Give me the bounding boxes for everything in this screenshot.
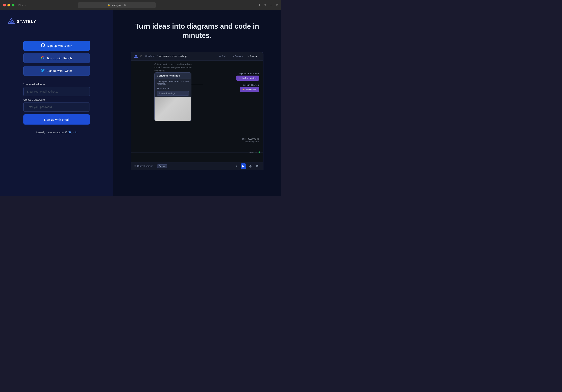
minimize-button[interactable] xyxy=(7,4,10,6)
private-badge[interactable]: Private xyxy=(157,164,167,168)
tab-code[interactable]: <> Code xyxy=(217,54,229,58)
done-label: done: re xyxy=(249,151,257,154)
tab-sources[interactable]: <> Sources xyxy=(230,54,245,58)
connection-line-2 xyxy=(191,96,203,96)
signup-form: Sign up with Github Sign up with Google xyxy=(23,41,90,134)
sparkle-icon[interactable]: ✦ xyxy=(234,163,239,169)
app-footer: ◎ Current version ▾ Private ✦ ▶ ◷ ⊞ xyxy=(131,162,263,170)
node-title: ConsumeReadings xyxy=(154,73,191,79)
version-selector[interactable]: ◎ Current version ▾ xyxy=(134,165,155,167)
sidebar-toggle-icon[interactable]: ⊟ xyxy=(18,3,21,7)
version-chevron-icon: ▾ xyxy=(154,165,155,167)
timer-info: after 3600000 ms Run every hour xyxy=(242,138,259,143)
main-content: STATELY Sign up with Github xyxy=(0,10,281,196)
action-icon: ⚙ xyxy=(159,92,161,95)
app-body: Get temperature and humidity readings fr… xyxy=(131,61,263,162)
app-logo-icon xyxy=(134,54,138,58)
share-diagram-icon[interactable]: ⊞ xyxy=(255,163,260,169)
timer-after-row: after 3600000 ms xyxy=(242,138,259,140)
password-field-group: Create a password xyxy=(23,98,90,112)
close-button[interactable] xyxy=(3,4,6,6)
timer-run-label: Run every hour xyxy=(242,140,259,143)
url-text: stately.ai xyxy=(111,4,121,7)
entry-actions-label: Entry actions xyxy=(154,86,191,90)
browser-chrome: ⊟ ‹ › 🔒 stately.ai ↻ ⬇ ⬆ ＋ ⧉ xyxy=(0,0,281,10)
google-icon xyxy=(41,56,44,60)
reload-icon[interactable]: ↻ xyxy=(124,3,126,7)
email-section: Your email address Create a password Sig… xyxy=(23,83,90,125)
new-tab-icon[interactable]: ＋ xyxy=(269,3,273,7)
traffic-lights xyxy=(3,4,14,6)
signin-link[interactable]: Sign in xyxy=(68,131,77,134)
structure-icon: ⊞ xyxy=(247,55,249,58)
email-input[interactable] xyxy=(23,87,90,96)
event-group-temperature: logTemperatureEvent ⚡ logTemperature xyxy=(236,72,259,81)
play-icon[interactable]: ▶ xyxy=(241,163,246,169)
google-btn-label: Sign up with Google xyxy=(46,57,72,60)
twitter-btn-label: Sign up with Twitter xyxy=(47,69,72,72)
node-body-text: Getting temperature and humidity reading… xyxy=(154,79,191,86)
maximize-button[interactable] xyxy=(12,4,14,6)
password-input[interactable] xyxy=(23,102,90,112)
canvas-area[interactable]: Get temperature and humidity readings fr… xyxy=(131,61,263,162)
done-dot xyxy=(258,152,260,153)
hero-title: Turn ideas into diagrams and code in min… xyxy=(121,22,273,40)
history-icon[interactable]: ◷ xyxy=(248,163,253,169)
signin-prompt: Already have an account? Sign in xyxy=(23,131,90,134)
logo-area: STATELY xyxy=(0,18,36,25)
tabs-icon[interactable]: ⧉ xyxy=(276,3,278,7)
nav-workflows[interactable]: Workflows xyxy=(145,55,155,58)
left-panel: STATELY Sign up with Github xyxy=(0,10,113,196)
email-field-group: Your email address xyxy=(23,83,90,96)
reset-readings-button[interactable]: ⚙ resetReadings xyxy=(157,91,189,96)
log-humidity-icon: ⚡ xyxy=(242,88,245,91)
app-preview: ⊡ Workflows / Accumulate room readings <… xyxy=(131,52,263,170)
thermostat-image: 88 xyxy=(154,97,191,121)
app-header: ⊡ Workflows / Accumulate room readings <… xyxy=(131,52,263,61)
app-tabs: <> Code <> Sources ⊞ Structure xyxy=(217,54,260,58)
back-icon[interactable]: ‹ xyxy=(22,3,23,7)
footer-toolbar: ✦ ▶ ◷ ⊞ xyxy=(234,163,260,169)
github-signup-button[interactable]: Sign up with Github xyxy=(23,41,90,51)
app-nav: Workflows / Accumulate room readings xyxy=(145,55,187,58)
lock-icon: 🔒 xyxy=(107,4,110,6)
nav-separator: / xyxy=(157,55,157,58)
state-node-card[interactable]: ConsumeReadings Getting temperature and … xyxy=(154,72,191,121)
stately-logo-icon xyxy=(8,18,15,25)
done-connector: done: re xyxy=(131,152,263,153)
share-icon[interactable]: ⬆ xyxy=(264,3,266,7)
github-btn-label: Sign up with Github xyxy=(47,44,72,48)
forward-icon[interactable]: › xyxy=(25,3,26,7)
event2-label: logHumidityEvent xyxy=(243,84,259,86)
tab-structure[interactable]: ⊞ Structure xyxy=(245,54,260,58)
version-label: Current version xyxy=(137,165,153,167)
nav-buttons: ⊟ ‹ › xyxy=(18,3,25,7)
code-icon: <> xyxy=(219,55,221,57)
right-panel: Turn ideas into diagrams and code in min… xyxy=(113,10,281,196)
event-group-humidity: logHumidityEvent ⚡ logHumidity xyxy=(236,84,259,92)
address-bar[interactable]: 🔒 stately.ai ↻ xyxy=(78,2,156,8)
version-icon: ◎ xyxy=(134,165,136,167)
canvas-description: Get temperature and humidity readings fr… xyxy=(154,63,192,72)
expand-icon[interactable]: ⊡ xyxy=(140,55,142,58)
password-label: Create a password xyxy=(23,98,90,101)
github-icon xyxy=(41,43,45,48)
google-signup-button[interactable]: Sign up with Google xyxy=(23,53,90,63)
events-panel: logTemperatureEvent ⚡ logTemperature log… xyxy=(236,72,259,92)
log-temperature-button[interactable]: ⚡ logTemperature xyxy=(236,76,259,81)
browser-toolbar: ⬇ ⬆ ＋ ⧉ xyxy=(258,3,278,7)
event1-label: logTemperatureEvent xyxy=(239,72,259,75)
log-humidity-button[interactable]: ⚡ logHumidity xyxy=(240,87,259,92)
email-label: Your email address xyxy=(23,83,90,86)
download-icon[interactable]: ⬇ xyxy=(258,3,261,7)
log-temp-icon: ⚡ xyxy=(238,77,241,80)
sources-icon: <> xyxy=(232,55,234,57)
email-signup-button[interactable]: Sign up with email xyxy=(23,114,90,125)
twitter-signup-button[interactable]: Sign up with Twitter xyxy=(23,66,90,76)
logo-text: STATELY xyxy=(17,19,36,24)
nav-current: Accumulate room readings xyxy=(159,55,187,58)
twitter-icon xyxy=(41,69,45,73)
